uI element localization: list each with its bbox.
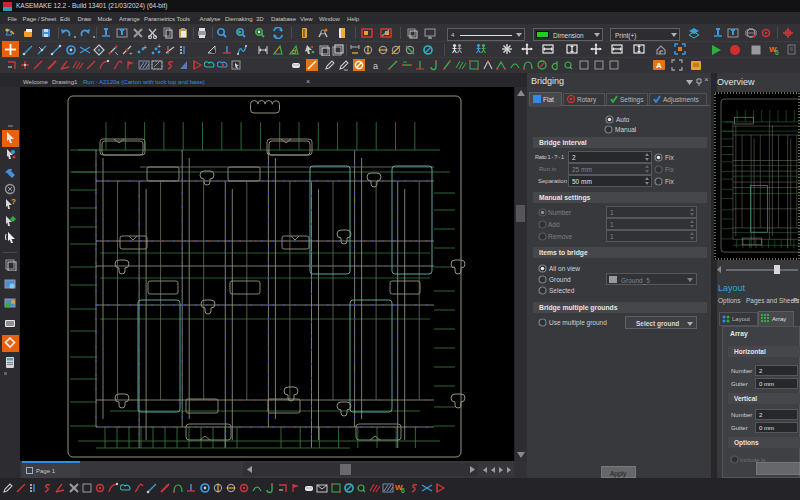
svg-text:+: +: [157, 44, 161, 50]
svg-text:+: +: [129, 50, 133, 56]
svg-text:a: a: [373, 61, 378, 71]
svg-text:+: +: [143, 44, 147, 51]
svg-text:A: A: [656, 61, 662, 70]
svg-text:?: ?: [11, 197, 16, 206]
svg-text:6: 6: [775, 49, 779, 56]
svg-text:6: 6: [401, 487, 405, 494]
